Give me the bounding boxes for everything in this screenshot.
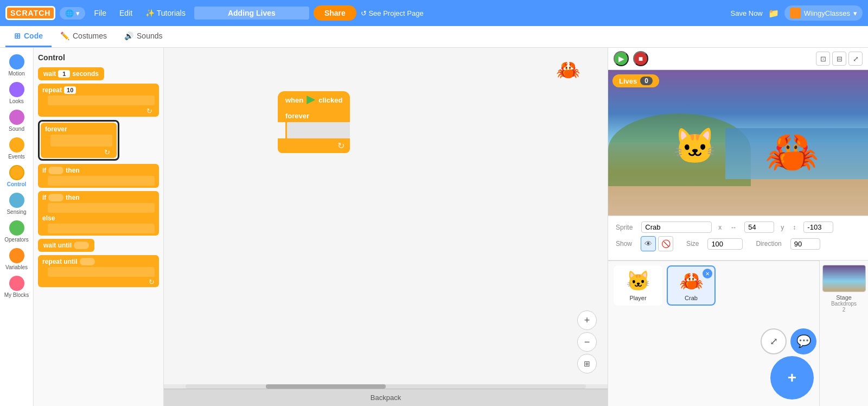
direction-input[interactable] [790, 238, 820, 250]
tab-sounds[interactable]: 🔊 Sounds [116, 26, 171, 47]
canvas-block-forever-label[interactable]: forever [278, 109, 350, 122]
user-label: WiingyClasses [804, 9, 850, 17]
size-input[interactable] [707, 238, 743, 250]
x-label: x [718, 224, 722, 231]
category-control[interactable]: Control [0, 163, 33, 189]
sprite-list: 🐱 Player ✕ 🦀 Crab + [608, 261, 819, 406]
user-badge[interactable]: WiingyClasses ▾ [784, 5, 863, 21]
edit-menu[interactable]: Edit [115, 7, 137, 20]
chat-button[interactable]: 💬 [790, 328, 816, 354]
visibility-buttons: 👁 🚫 [641, 236, 673, 251]
share-button[interactable]: Share [314, 5, 356, 21]
block-row-if-else: if then else [38, 191, 159, 236]
my-blocks-circle [9, 276, 24, 291]
lives-badge: Lives 0 [612, 74, 659, 87]
zoom-out-button[interactable]: − [577, 332, 597, 352]
show-button[interactable]: 👁 [641, 236, 656, 251]
expand-sprite-button[interactable]: ⤢ [761, 328, 787, 354]
category-looks[interactable]: Looks [0, 80, 33, 106]
player-sprite-icon: 🐱 [618, 270, 658, 293]
zoom-in-button[interactable]: + [577, 310, 597, 330]
player-sprite: 🐱 [673, 126, 717, 167]
block-row-repeat-until: repeat until ↻ [38, 255, 159, 287]
block-repeat[interactable]: repeat 10 ↻ [38, 84, 159, 117]
stage-small-btn[interactable]: ⊡ [816, 52, 830, 66]
x-value-input[interactable] [744, 221, 774, 233]
canvas-area[interactable]: when clicked forever ↻ 🦀 [164, 48, 608, 406]
control-circle [9, 165, 24, 180]
sprite-card-crab[interactable]: ✕ 🦀 Crab [667, 265, 716, 306]
zoom-fit-button[interactable]: ⊞ [577, 354, 597, 373]
backpack-bar[interactable]: Backpack [164, 389, 608, 406]
y-value-input[interactable] [803, 221, 833, 233]
loop-arrow-repeat: ↻ [146, 107, 152, 115]
add-sprite-icon: + [788, 369, 796, 386]
block-wait[interactable]: wait 1 seconds [38, 67, 104, 80]
sprite-list-area: 🐱 Player ✕ 🦀 Crab + Sta [608, 261, 868, 406]
folder-icon[interactable]: 📁 [768, 8, 779, 18]
project-title-input[interactable] [194, 7, 309, 20]
canvas-loop-arrow: ↻ [337, 141, 344, 151]
tab-code-label: Code [24, 31, 43, 40]
tab-code[interactable]: ⊞ Code [5, 26, 52, 47]
stage-area: 🐱 🦀 Lives 0 [608, 70, 868, 215]
fullscreen-buttons: ⊡ ⊟ ⤢ [816, 52, 863, 66]
stage-large-btn[interactable]: ⊟ [832, 52, 846, 66]
topbar: SCRATCH 🌐 ▾ File Edit ✨ Tutorials Share … [0, 0, 868, 26]
stage-fullscreen-btn[interactable]: ⤢ [848, 52, 863, 66]
canvas-forever-inner [285, 122, 350, 138]
canvas-block-hat[interactable]: when clicked [278, 91, 350, 109]
category-sound[interactable]: Sound [0, 107, 33, 134]
tab-costumes-label: Costumes [73, 31, 107, 40]
backpack-label: Backpack [371, 394, 401, 402]
tutorials-button[interactable]: ✨ Tutorials [141, 7, 190, 20]
sound-circle [9, 110, 24, 125]
block-if-else[interactable]: if then else [38, 191, 159, 236]
lives-label: Lives [619, 77, 637, 85]
sprite-name-label: Sprite [616, 224, 633, 231]
block-row-if: if then [38, 164, 159, 188]
canvas-scrollbar-thumb[interactable] [266, 384, 386, 389]
block-row-wait-until: wait until [38, 239, 159, 252]
stage-thumb-image[interactable] [822, 265, 866, 292]
save-now-button[interactable]: Save Now [731, 9, 763, 17]
variables-circle [9, 248, 24, 263]
see-project-button[interactable]: ↺ See Project Page [361, 9, 424, 17]
sprite-info-panel: Sprite x ↔ y ↕ Show 👁 🚫 Size Direction [608, 215, 868, 261]
block-forever[interactable]: forever ↻ [41, 123, 117, 158]
events-circle [9, 137, 24, 153]
hide-button[interactable]: 🚫 [658, 236, 673, 251]
stage-top-controls: ▶ ■ ⊡ ⊟ ⤢ [608, 48, 868, 70]
category-events[interactable]: Events [0, 135, 33, 162]
category-motion[interactable]: Motion [0, 52, 33, 79]
blocks-panel: Control wait 1 seconds repeat 10 ↻ [34, 48, 164, 406]
block-repeat-until[interactable]: repeat until ↻ [38, 255, 159, 287]
file-menu[interactable]: File [90, 7, 111, 20]
x-arrow-icon: ↔ [730, 224, 737, 231]
wait-until-slot [74, 242, 89, 249]
flag-icon [307, 96, 315, 104]
stop-button[interactable]: ■ [633, 51, 648, 66]
stage-thumb-label: Stage [836, 294, 852, 301]
block-if-then[interactable]: if then [38, 164, 159, 188]
sprite-card-player[interactable]: 🐱 Player [614, 265, 662, 306]
zoom-controls: + − ⊞ [577, 310, 597, 373]
crab-sprite: 🦀 [765, 126, 819, 177]
crab-sprite-label: Crab [685, 295, 698, 301]
canvas-scrollbar-track [186, 384, 586, 389]
crab-delete-button[interactable]: ✕ [703, 269, 712, 278]
categories-panel: Motion Looks Sound Events Control Sensin… [0, 48, 34, 406]
scratch-logo[interactable]: SCRATCH [5, 6, 55, 20]
green-flag-button[interactable]: ▶ [614, 51, 629, 66]
block-wait-until[interactable]: wait until [38, 239, 94, 252]
language-button[interactable]: 🌐 ▾ [60, 7, 85, 20]
category-variables[interactable]: Variables [0, 246, 33, 272]
add-sprite-button[interactable]: + [770, 356, 814, 399]
tab-costumes[interactable]: ✏️ Costumes [52, 26, 116, 47]
category-operators[interactable]: Operators [0, 218, 33, 245]
block-row-forever: forever ↻ [38, 120, 159, 161]
category-sensing[interactable]: Sensing [0, 191, 33, 217]
canvas-scrollbar[interactable] [186, 384, 586, 389]
sprite-name-input[interactable] [641, 221, 712, 233]
category-my-blocks[interactable]: My Blocks [0, 274, 33, 300]
